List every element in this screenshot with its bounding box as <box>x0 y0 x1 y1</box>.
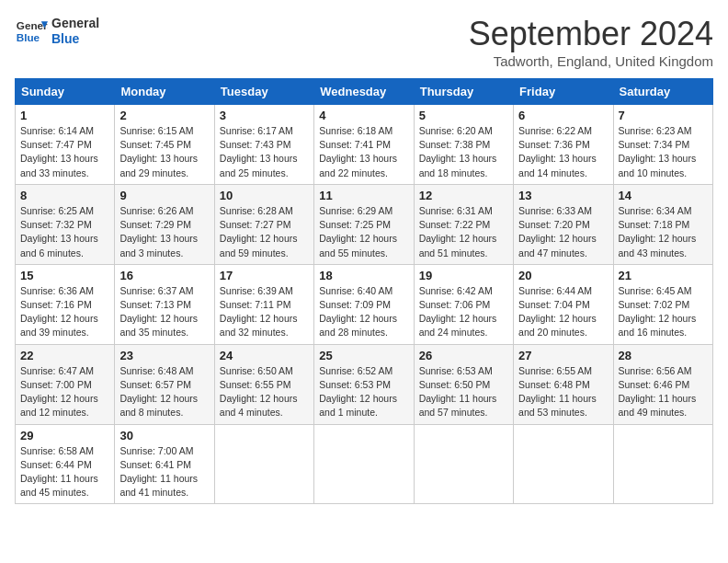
day-detail: Sunrise: 6:20 AM Sunset: 7:38 PM Dayligh… <box>419 124 508 180</box>
week-row-5: 29Sunrise: 6:58 AM Sunset: 6:44 PM Dayli… <box>16 424 713 504</box>
week-row-3: 15Sunrise: 6:36 AM Sunset: 7:16 PM Dayli… <box>16 264 713 344</box>
day-number: 22 <box>20 349 109 362</box>
col-header-thursday: Thursday <box>414 79 513 105</box>
day-cell: 16Sunrise: 6:37 AM Sunset: 7:13 PM Dayli… <box>115 264 214 344</box>
day-detail: Sunrise: 6:48 AM Sunset: 6:57 PM Dayligh… <box>119 364 209 420</box>
day-number: 6 <box>518 109 608 122</box>
day-cell: 17Sunrise: 6:39 AM Sunset: 7:11 PM Dayli… <box>214 264 313 344</box>
day-cell: 9Sunrise: 6:26 AM Sunset: 7:29 PM Daylig… <box>115 184 214 264</box>
day-cell: 7Sunrise: 6:23 AM Sunset: 7:34 PM Daylig… <box>613 105 712 185</box>
col-header-tuesday: Tuesday <box>214 79 313 105</box>
day-detail: Sunrise: 6:53 AM Sunset: 6:50 PM Dayligh… <box>419 364 508 420</box>
day-number: 5 <box>419 109 508 122</box>
day-cell: 14Sunrise: 6:34 AM Sunset: 7:18 PM Dayli… <box>613 184 712 264</box>
day-detail: Sunrise: 6:33 AM Sunset: 7:20 PM Dayligh… <box>518 204 608 260</box>
day-cell: 19Sunrise: 6:42 AM Sunset: 7:06 PM Dayli… <box>414 264 513 344</box>
day-detail: Sunrise: 7:00 AM Sunset: 6:41 PM Dayligh… <box>119 444 209 500</box>
day-number: 21 <box>619 269 708 282</box>
svg-text:General: General <box>17 19 48 31</box>
logo-icon: General Blue <box>15 15 48 48</box>
day-cell: 13Sunrise: 6:33 AM Sunset: 7:20 PM Dayli… <box>514 184 613 264</box>
day-cell <box>314 424 414 504</box>
logo: General Blue General Blue <box>15 15 99 48</box>
day-detail: Sunrise: 6:23 AM Sunset: 7:34 PM Dayligh… <box>619 124 708 180</box>
week-row-4: 22Sunrise: 6:47 AM Sunset: 7:00 PM Dayli… <box>16 344 713 424</box>
month-title: September 2024 <box>469 15 713 53</box>
day-cell: 2Sunrise: 6:15 AM Sunset: 7:45 PM Daylig… <box>115 105 214 185</box>
col-header-friday: Friday <box>514 79 613 105</box>
day-cell: 8Sunrise: 6:25 AM Sunset: 7:32 PM Daylig… <box>16 184 115 264</box>
day-detail: Sunrise: 6:58 AM Sunset: 6:44 PM Dayligh… <box>20 444 109 500</box>
day-number: 11 <box>319 189 408 202</box>
week-row-2: 8Sunrise: 6:25 AM Sunset: 7:32 PM Daylig… <box>16 184 713 264</box>
calendar-header-row: SundayMondayTuesdayWednesdayThursdayFrid… <box>16 79 713 105</box>
title-area: September 2024 Tadworth, England, United… <box>469 15 713 69</box>
day-cell <box>613 424 712 504</box>
col-header-saturday: Saturday <box>613 79 712 105</box>
day-cell: 26Sunrise: 6:53 AM Sunset: 6:50 PM Dayli… <box>414 344 513 424</box>
day-detail: Sunrise: 6:40 AM Sunset: 7:09 PM Dayligh… <box>319 284 408 340</box>
location-title: Tadworth, England, United Kingdom <box>469 53 713 69</box>
day-detail: Sunrise: 6:47 AM Sunset: 7:00 PM Dayligh… <box>20 364 109 420</box>
day-cell: 28Sunrise: 6:56 AM Sunset: 6:46 PM Dayli… <box>613 344 712 424</box>
day-number: 28 <box>619 349 708 362</box>
day-detail: Sunrise: 6:29 AM Sunset: 7:25 PM Dayligh… <box>319 204 408 260</box>
day-cell: 1Sunrise: 6:14 AM Sunset: 7:47 PM Daylig… <box>16 105 115 185</box>
day-detail: Sunrise: 6:14 AM Sunset: 7:47 PM Dayligh… <box>20 124 109 180</box>
day-cell: 3Sunrise: 6:17 AM Sunset: 7:43 PM Daylig… <box>214 105 313 185</box>
day-cell <box>414 424 513 504</box>
day-detail: Sunrise: 6:39 AM Sunset: 7:11 PM Dayligh… <box>220 284 309 340</box>
day-detail: Sunrise: 6:36 AM Sunset: 7:16 PM Dayligh… <box>20 284 109 340</box>
day-number: 4 <box>319 109 408 122</box>
day-number: 29 <box>20 429 109 442</box>
day-detail: Sunrise: 6:45 AM Sunset: 7:02 PM Dayligh… <box>619 284 708 340</box>
day-detail: Sunrise: 6:34 AM Sunset: 7:18 PM Dayligh… <box>619 204 708 260</box>
col-header-sunday: Sunday <box>16 79 115 105</box>
day-number: 20 <box>518 269 608 282</box>
day-cell: 15Sunrise: 6:36 AM Sunset: 7:16 PM Dayli… <box>16 264 115 344</box>
day-detail: Sunrise: 6:26 AM Sunset: 7:29 PM Dayligh… <box>119 204 209 260</box>
day-cell: 21Sunrise: 6:45 AM Sunset: 7:02 PM Dayli… <box>613 264 712 344</box>
day-cell <box>514 424 613 504</box>
day-detail: Sunrise: 6:25 AM Sunset: 7:32 PM Dayligh… <box>20 204 109 260</box>
day-number: 18 <box>319 269 408 282</box>
day-number: 27 <box>518 349 608 362</box>
day-number: 23 <box>119 349 209 362</box>
col-header-monday: Monday <box>115 79 214 105</box>
day-number: 10 <box>220 189 309 202</box>
day-cell: 11Sunrise: 6:29 AM Sunset: 7:25 PM Dayli… <box>314 184 414 264</box>
day-cell: 22Sunrise: 6:47 AM Sunset: 7:00 PM Dayli… <box>16 344 115 424</box>
logo-general: General <box>51 16 99 31</box>
day-cell: 29Sunrise: 6:58 AM Sunset: 6:44 PM Dayli… <box>16 424 115 504</box>
day-cell: 20Sunrise: 6:44 AM Sunset: 7:04 PM Dayli… <box>514 264 613 344</box>
day-detail: Sunrise: 6:56 AM Sunset: 6:46 PM Dayligh… <box>619 364 708 420</box>
day-cell: 25Sunrise: 6:52 AM Sunset: 6:53 PM Dayli… <box>314 344 414 424</box>
day-cell: 6Sunrise: 6:22 AM Sunset: 7:36 PM Daylig… <box>514 105 613 185</box>
day-number: 19 <box>419 269 508 282</box>
day-detail: Sunrise: 6:52 AM Sunset: 6:53 PM Dayligh… <box>319 364 408 420</box>
week-row-1: 1Sunrise: 6:14 AM Sunset: 7:47 PM Daylig… <box>16 105 713 185</box>
header: General Blue General Blue September 2024… <box>15 15 713 69</box>
day-number: 13 <box>518 189 608 202</box>
col-header-wednesday: Wednesday <box>314 79 414 105</box>
day-detail: Sunrise: 6:18 AM Sunset: 7:41 PM Dayligh… <box>319 124 408 180</box>
day-number: 1 <box>20 109 109 122</box>
day-cell: 4Sunrise: 6:18 AM Sunset: 7:41 PM Daylig… <box>314 105 414 185</box>
day-number: 14 <box>619 189 708 202</box>
day-number: 2 <box>119 109 209 122</box>
day-number: 9 <box>119 189 209 202</box>
calendar-table: SundayMondayTuesdayWednesdayThursdayFrid… <box>15 78 713 504</box>
day-number: 8 <box>20 189 109 202</box>
day-cell: 27Sunrise: 6:55 AM Sunset: 6:48 PM Dayli… <box>514 344 613 424</box>
day-cell: 10Sunrise: 6:28 AM Sunset: 7:27 PM Dayli… <box>214 184 313 264</box>
day-detail: Sunrise: 6:44 AM Sunset: 7:04 PM Dayligh… <box>518 284 608 340</box>
day-number: 12 <box>419 189 508 202</box>
day-detail: Sunrise: 6:15 AM Sunset: 7:45 PM Dayligh… <box>119 124 209 180</box>
day-number: 7 <box>619 109 708 122</box>
day-number: 25 <box>319 349 408 362</box>
day-detail: Sunrise: 6:50 AM Sunset: 6:55 PM Dayligh… <box>220 364 309 420</box>
day-detail: Sunrise: 6:31 AM Sunset: 7:22 PM Dayligh… <box>419 204 508 260</box>
day-detail: Sunrise: 6:22 AM Sunset: 7:36 PM Dayligh… <box>518 124 608 180</box>
day-number: 24 <box>220 349 309 362</box>
day-detail: Sunrise: 6:37 AM Sunset: 7:13 PM Dayligh… <box>119 284 209 340</box>
